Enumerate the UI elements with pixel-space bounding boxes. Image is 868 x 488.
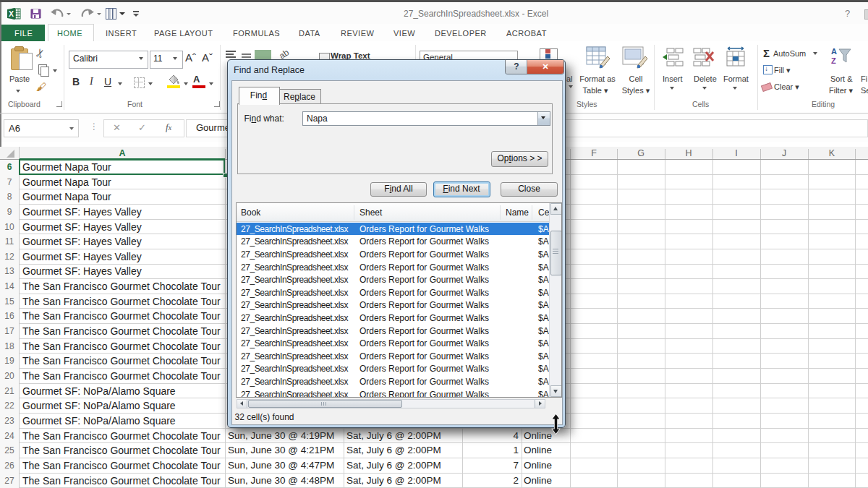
svg-text:X: X — [9, 9, 14, 18]
svg-text:Z: Z — [831, 56, 836, 65]
svg-text:A: A — [831, 47, 837, 56]
